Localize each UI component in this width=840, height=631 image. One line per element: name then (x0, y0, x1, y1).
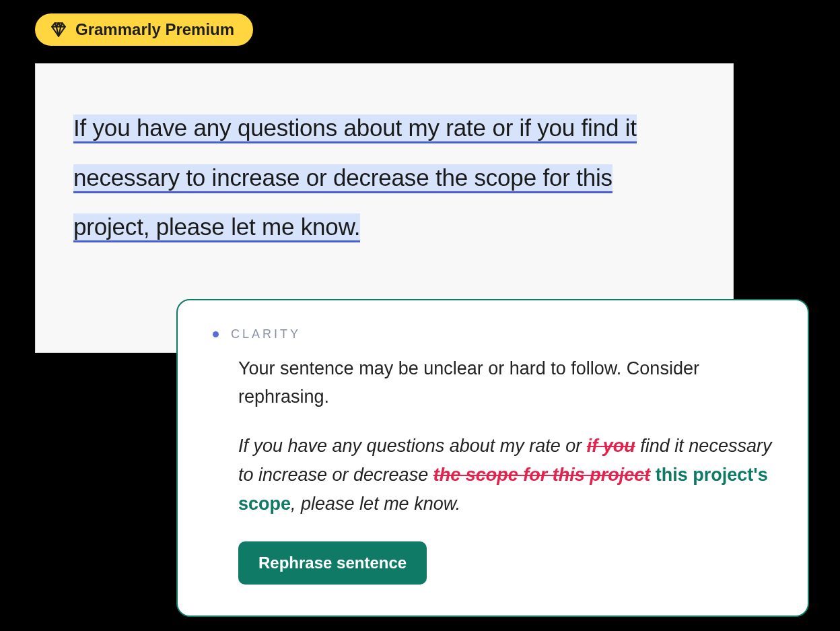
rewrite-segment: If you have any questions about my rate … (238, 436, 587, 456)
suggestion-header: CLARITY (213, 327, 773, 341)
editor-sentence[interactable]: If you have any questions about my rate … (73, 103, 683, 252)
premium-badge: Grammarly Premium (35, 13, 253, 46)
suggestion-rewrite: If you have any questions about my rate … (238, 432, 773, 519)
category-dot-icon (213, 331, 219, 337)
rephrase-button[interactable]: Rephrase sentence (238, 541, 427, 585)
suggestion-category: CLARITY (231, 327, 301, 341)
diamond-icon (50, 21, 67, 38)
suggestion-card: CLARITY Your sentence may be unclear or … (176, 299, 809, 617)
rewrite-strike: if you (587, 436, 635, 456)
rewrite-strike: the scope for this project (433, 465, 651, 485)
highlighted-text[interactable]: If you have any questions about my rate … (73, 114, 637, 242)
suggestion-explanation: Your sentence may be unclear or hard to … (238, 355, 773, 411)
rewrite-segment: , please let me know. (291, 494, 460, 514)
premium-badge-label: Grammarly Premium (75, 20, 234, 39)
